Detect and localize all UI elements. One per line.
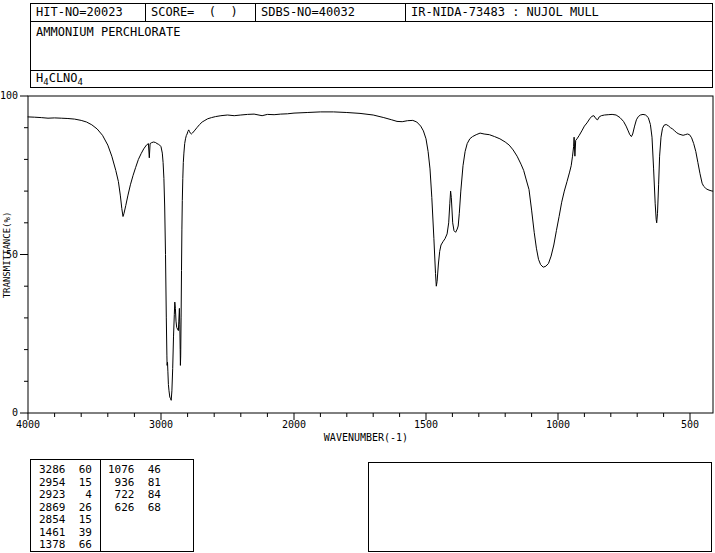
header-box: HIT-NO=20023 SCORE= ( ) SDBS-NO=40032 IR… xyxy=(30,3,713,88)
x-tick-label: 4000 xyxy=(16,419,40,430)
formula-text: CLNO xyxy=(49,71,78,85)
peak-list-col2: 1076 46 936 81 722 84 626 68 xyxy=(101,460,193,551)
peak-table: 3286 60 2954 15 2923 4 2869 26 2854 15 1… xyxy=(30,459,194,552)
plot-frame xyxy=(28,96,713,413)
notes-box xyxy=(368,462,712,552)
score-field: SCORE= ( ) xyxy=(146,4,256,21)
measurement-id-field: IR-NIDA-73483 : NUJOL MULL xyxy=(406,4,712,21)
sdbs-no-field: SDBS-NO=40032 xyxy=(256,4,406,21)
compound-name: AMMONIUM PERCHLORATE xyxy=(31,22,712,71)
molecular-formula: H4CLNO4 xyxy=(31,71,712,87)
sdbs-ir-spectrum-page: TRANSMITTANCE(%) WAVENUMBER(-1) 10050040… xyxy=(0,0,715,553)
y-tick-label: 0 xyxy=(12,407,18,418)
header-row-1: HIT-NO=20023 SCORE= ( ) SDBS-NO=40032 IR… xyxy=(31,4,712,22)
peak-list-col1: 3286 60 2954 15 2923 4 2869 26 2854 15 1… xyxy=(31,460,100,551)
hit-no-field: HIT-NO=20023 xyxy=(31,4,146,21)
spectrum-curve xyxy=(28,112,713,400)
formula-subscript: 4 xyxy=(78,77,83,87)
x-tick-label: 2000 xyxy=(282,419,306,430)
x-axis-label: WAVENUMBER(-1) xyxy=(324,432,408,443)
x-tick-label: 3000 xyxy=(149,419,173,430)
y-tick-label: 50 xyxy=(6,249,18,260)
x-tick-label: 1000 xyxy=(546,419,570,430)
y-tick-label: 100 xyxy=(0,90,18,101)
x-tick-label: 500 xyxy=(681,419,699,430)
x-tick-label: 1500 xyxy=(414,419,438,430)
